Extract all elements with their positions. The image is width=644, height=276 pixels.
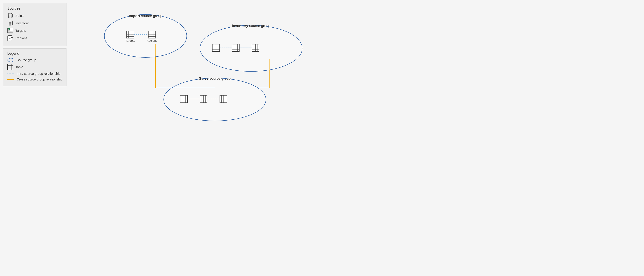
legend-item-cross: Cross source group relationship: [7, 78, 62, 81]
diagram-svg: Import source group Targets: [71, 3, 319, 135]
legend-title: Legend: [7, 52, 62, 56]
sales-table-1: [180, 95, 188, 103]
source-item-targets: X Targets: [7, 28, 62, 34]
sources-title: Sources: [7, 6, 62, 11]
svg-point-1: [8, 21, 12, 22]
inventory-table-2: [232, 44, 240, 52]
sales-group-label: Sales source group: [199, 76, 231, 81]
sales-table-2: [200, 95, 207, 103]
source-item-sales: Sales: [7, 13, 62, 19]
import-targets-table: [127, 31, 134, 38]
source-item-inventory: Inventory: [7, 20, 62, 26]
sales-source-group: Sales source group: [164, 76, 266, 121]
sales-table-3: [220, 95, 227, 103]
csv-icon-regions: CSV: [7, 35, 13, 41]
legend-label-intra: Intra source group relationship: [17, 72, 60, 76]
legend-label-cross: Cross source group relationship: [17, 78, 62, 81]
source-item-regions: CSV Regions: [7, 35, 62, 41]
source-label-sales: Sales: [16, 14, 24, 18]
source-label-inventory: Inventory: [16, 22, 29, 25]
import-source-group: Import source group Targets: [104, 14, 187, 58]
table-icon-legend: [7, 64, 13, 70]
legend-label-table: Table: [16, 65, 23, 69]
svg-text:CSV: CSV: [8, 38, 11, 39]
svg-point-0: [8, 13, 12, 15]
database-icon-sales: [7, 13, 13, 19]
legend-box: Legend Source group Table: [3, 48, 66, 86]
diagram-area: Import source group Targets: [71, 3, 319, 135]
svg-point-22: [104, 15, 187, 57]
inventory-table-1: [212, 44, 220, 52]
database-icon-inventory: [7, 20, 13, 26]
import-regions-label: Regions: [146, 39, 158, 42]
svg-point-59: [164, 78, 266, 121]
source-label-targets: Targets: [16, 29, 26, 33]
svg-rect-13: [8, 64, 13, 70]
ellipse-icon: [7, 58, 14, 62]
sources-box: Sources Sales Inventory: [3, 3, 66, 46]
svg-point-12: [8, 58, 14, 62]
inventory-table-3: [252, 44, 259, 52]
source-label-regions: Regions: [16, 36, 27, 40]
left-panel: Sources Sales Inventory: [3, 3, 66, 86]
excel-icon-targets: X: [7, 28, 13, 34]
legend-item-intra: Intra source group relationship: [7, 72, 62, 76]
legend-item-source-group: Source group: [7, 58, 62, 62]
gold-line-icon: [7, 79, 14, 80]
import-targets-label: Targets: [125, 39, 135, 42]
import-regions-table: [148, 31, 156, 38]
legend-label-source-group: Source group: [17, 58, 36, 62]
legend-item-table: Table: [7, 64, 62, 70]
inventory-group-label: Inventory source group: [232, 24, 270, 28]
blue-line-icon: [7, 73, 14, 74]
inventory-source-group: Inventory source group: [200, 24, 302, 72]
import-group-label: Import source group: [129, 14, 162, 18]
